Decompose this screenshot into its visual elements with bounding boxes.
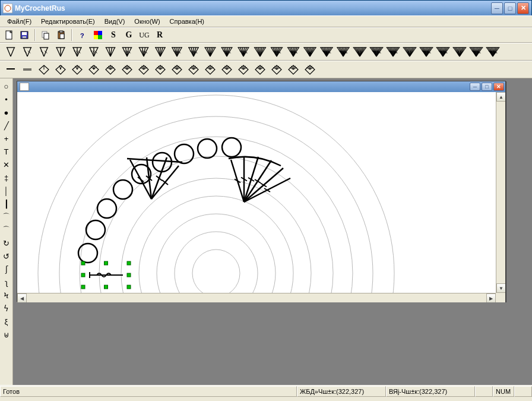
- stitch-shell-11[interactable]: [185, 62, 202, 77]
- menu-view[interactable]: Вид(V): [100, 17, 130, 26]
- minimize-button[interactable]: ─: [491, 2, 503, 14]
- letter-ug-button[interactable]: UG: [138, 29, 151, 42]
- stitch-v-7[interactable]: [119, 45, 135, 59]
- svg-rect-477: [127, 261, 131, 265]
- stitch-v-28[interactable]: [468, 45, 484, 59]
- side-tool-8[interactable]: │: [1, 184, 12, 197]
- scroll-right-icon[interactable]: ▶: [486, 293, 496, 302]
- side-tool-3[interactable]: ╱: [1, 119, 12, 132]
- menu-help[interactable]: Справка(H): [165, 17, 209, 26]
- stitch-v-29[interactable]: [484, 45, 501, 59]
- stitch-v-19[interactable]: [318, 45, 335, 59]
- stitch-v-5[interactable]: [86, 45, 102, 59]
- doc-minimize-button[interactable]: ─: [470, 83, 480, 91]
- stitch-v-22[interactable]: [368, 45, 385, 59]
- side-tool-6[interactable]: ✕: [1, 158, 12, 171]
- stitch-v-17[interactable]: [285, 45, 302, 59]
- stitch-shell-4[interactable]: [69, 62, 86, 77]
- maximize-button[interactable]: □: [504, 2, 516, 14]
- doc-close-button[interactable]: ✕: [493, 83, 504, 91]
- letter-r-button[interactable]: R: [153, 29, 166, 42]
- stitch-v-13[interactable]: [218, 45, 235, 59]
- side-tool-5[interactable]: T: [1, 145, 12, 158]
- stitch-shell-2[interactable]: [36, 62, 52, 77]
- side-tool-9[interactable]: ┃: [1, 197, 12, 210]
- stitch-shell-1[interactable]: [19, 62, 36, 77]
- stitch-shell-18[interactable]: [302, 62, 318, 77]
- svg-rect-12: [94, 31, 98, 35]
- canvas[interactable]: ▲ ▼ ◀ ▶: [17, 92, 505, 302]
- side-tool-0[interactable]: ○: [1, 80, 12, 93]
- stitch-shell-8[interactable]: [135, 62, 152, 77]
- side-tool-1[interactable]: •: [1, 93, 12, 106]
- stitch-v-12[interactable]: [202, 45, 218, 59]
- color-palette-icon[interactable]: [91, 29, 104, 42]
- horizontal-scrollbar[interactable]: ◀ ▶: [17, 293, 496, 302]
- scroll-down-icon[interactable]: ▼: [496, 283, 505, 293]
- new-file-icon[interactable]: [2, 29, 15, 42]
- letter-g-button[interactable]: G: [122, 29, 135, 42]
- stitch-shell-10[interactable]: [169, 62, 185, 77]
- stitch-shell-6[interactable]: [102, 62, 119, 77]
- stitch-v-9[interactable]: [152, 45, 169, 59]
- close-button[interactable]: ✕: [517, 2, 529, 14]
- stitch-v-23[interactable]: [385, 45, 401, 59]
- stitch-v-2[interactable]: [36, 45, 52, 59]
- stitch-shell-9[interactable]: [152, 62, 169, 77]
- stitch-shell-7[interactable]: [119, 62, 135, 77]
- letter-s-button[interactable]: S: [107, 29, 120, 42]
- stitch-v-24[interactable]: [401, 45, 418, 59]
- menu-window[interactable]: Окно(W): [129, 17, 164, 26]
- side-tool-19[interactable]: ⊎: [1, 328, 12, 341]
- side-tool-2[interactable]: ●: [1, 106, 12, 119]
- stitch-v-18[interactable]: [302, 45, 318, 59]
- stitch-shell-13[interactable]: [218, 62, 235, 77]
- stitch-v-16[interactable]: [268, 45, 285, 59]
- menu-edit[interactable]: Редактировать(E): [36, 17, 100, 26]
- scroll-left-icon[interactable]: ◀: [17, 293, 27, 302]
- stitch-shell-5[interactable]: [86, 62, 102, 77]
- stitch-shell-3[interactable]: [52, 62, 69, 77]
- help-icon[interactable]: ?: [76, 29, 89, 42]
- side-tool-4[interactable]: +: [1, 132, 12, 145]
- copy-icon[interactable]: [39, 29, 52, 42]
- stitch-v-14[interactable]: [235, 45, 252, 59]
- side-tool-11[interactable]: ⌒: [1, 223, 12, 236]
- stitch-shell-12[interactable]: [202, 62, 218, 77]
- side-tool-12[interactable]: ↻: [1, 236, 12, 250]
- side-tool-7[interactable]: ‡: [1, 171, 12, 184]
- side-tool-14[interactable]: ʃ: [1, 263, 12, 276]
- document-titlebar[interactable]: ─ □ ✕: [17, 81, 505, 92]
- stitch-shell-0[interactable]: [2, 62, 19, 77]
- stitch-v-20[interactable]: [335, 45, 352, 59]
- side-tool-10[interactable]: ⌒: [1, 210, 12, 223]
- stitch-shell-14[interactable]: [235, 62, 252, 77]
- stitch-v-26[interactable]: [435, 45, 451, 59]
- stitch-shell-16[interactable]: [268, 62, 285, 77]
- side-tool-17[interactable]: ϟ: [1, 302, 12, 315]
- side-tool-18[interactable]: ξ: [1, 315, 12, 328]
- stitch-v-8[interactable]: [135, 45, 152, 59]
- side-tool-13[interactable]: ↺: [1, 250, 12, 263]
- stitch-v-1[interactable]: [19, 45, 36, 59]
- stitch-v-15[interactable]: [252, 45, 268, 59]
- stitch-v-25[interactable]: [418, 45, 435, 59]
- stitch-v-21[interactable]: [352, 45, 368, 59]
- menu-file[interactable]: Файл(F): [2, 17, 36, 26]
- stitch-v-0[interactable]: [2, 45, 19, 59]
- stitch-v-27[interactable]: [451, 45, 468, 59]
- paste-icon[interactable]: [55, 29, 68, 42]
- side-tool-16[interactable]: Ϟ: [1, 289, 12, 302]
- stitch-v-11[interactable]: [185, 45, 202, 59]
- save-icon[interactable]: [18, 29, 31, 42]
- stitch-shell-15[interactable]: [252, 62, 268, 77]
- stitch-v-10[interactable]: [169, 45, 185, 59]
- doc-maximize-button[interactable]: □: [482, 83, 492, 91]
- side-tool-15[interactable]: ʅ: [1, 276, 12, 289]
- stitch-v-6[interactable]: [102, 45, 119, 59]
- stitch-v-4[interactable]: [69, 45, 86, 59]
- stitch-shell-17[interactable]: [285, 62, 302, 77]
- stitch-v-3[interactable]: [52, 45, 69, 59]
- scroll-up-icon[interactable]: ▲: [496, 92, 505, 102]
- vertical-scrollbar[interactable]: ▲ ▼: [496, 92, 505, 293]
